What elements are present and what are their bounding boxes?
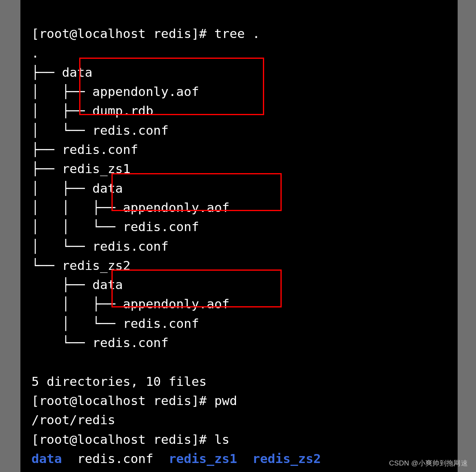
tree-item: redis.conf [92, 239, 169, 254]
tree-item: data [62, 65, 93, 80]
command-pwd: pwd [214, 393, 237, 408]
watermark: CSDN @小爽帅到拖网速 [389, 459, 468, 468]
tree-item: redis_zs2 [62, 258, 131, 273]
tree-item: redis.conf [123, 219, 199, 234]
prompt: [root@localhost redis]# [31, 26, 207, 41]
tree-item: appendonly.aof [123, 200, 229, 215]
tree-summary: 5 directories, 10 files [31, 374, 207, 389]
tree-item: redis_zs1 [62, 161, 131, 176]
tree-item: dump.rdb [92, 103, 153, 118]
tree-item: redis.conf [123, 316, 199, 331]
ls-dir: redis_zs2 [252, 451, 321, 466]
command-ls: ls [214, 432, 229, 447]
ls-dir: data [31, 451, 62, 466]
tree-root: . [31, 46, 39, 60]
tree-item: appendonly.aof [92, 84, 199, 99]
prompt: [root@localhost redis]# [31, 393, 207, 408]
ls-dir: redis_zs1 [169, 451, 237, 466]
ls-file: redis.conf [77, 451, 153, 466]
tree-item: appendonly.aof [123, 296, 229, 311]
terminal-output: [root@localhost redis]# tree . . ├── dat… [20, 0, 458, 472]
tree-item: data [92, 277, 123, 292]
tree-item: redis.conf [92, 123, 169, 138]
prompt: [root@localhost redis]# [31, 432, 207, 447]
tree-item: redis.conf [92, 335, 169, 350]
pwd-output: /root/redis [31, 412, 115, 427]
command-tree: tree . [214, 26, 260, 41]
tree-item: data [92, 181, 123, 196]
tree-item: redis.conf [62, 142, 138, 157]
